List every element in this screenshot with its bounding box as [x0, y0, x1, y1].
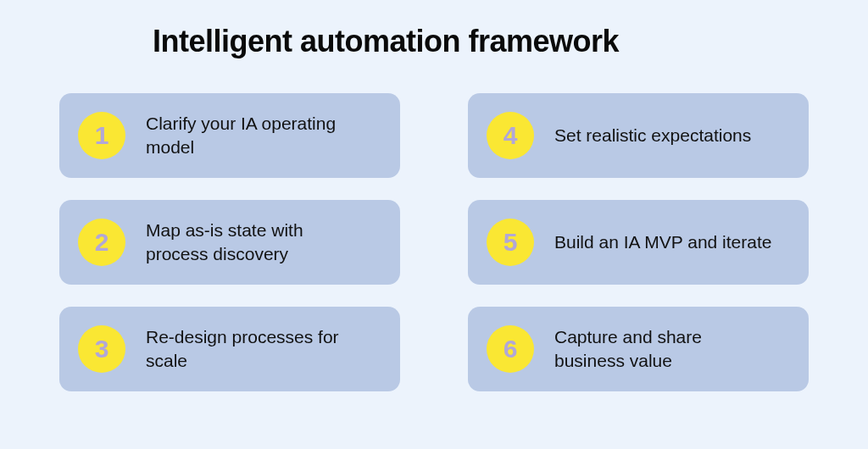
step-badge: 6 — [487, 325, 534, 373]
step-text: Build an IA MVP and iterate — [554, 230, 771, 254]
step-number: 3 — [95, 336, 109, 362]
step-card-4: 4 Set realistic expectations — [468, 93, 809, 178]
step-badge: 3 — [78, 325, 125, 373]
step-badge: 4 — [487, 112, 534, 159]
step-number: 5 — [504, 230, 518, 255]
step-number: 4 — [504, 123, 518, 148]
step-text: Map as-is state with process discovery — [146, 219, 366, 267]
page-title: Intelligent automation framework — [153, 24, 809, 59]
step-number: 6 — [504, 336, 518, 362]
step-number: 2 — [95, 230, 109, 255]
step-text: Clarify your IA operating model — [146, 112, 366, 160]
step-card-2: 2 Map as-is state with process discovery — [59, 200, 400, 285]
step-card-5: 5 Build an IA MVP and iterate — [468, 200, 809, 285]
steps-grid: 1 Clarify your IA operating model 4 Set … — [59, 93, 809, 391]
step-badge: 1 — [78, 112, 125, 159]
step-card-3: 3 Re-design processes for scale — [59, 307, 400, 391]
step-badge: 2 — [78, 219, 125, 266]
step-text: Re-design processes for scale — [146, 325, 366, 374]
step-badge: 5 — [487, 219, 534, 266]
step-card-1: 1 Clarify your IA operating model — [59, 93, 400, 178]
step-card-6: 6 Capture and share business value — [468, 307, 809, 391]
step-number: 1 — [95, 123, 109, 148]
step-text: Set realistic expectations — [554, 124, 751, 147]
step-text: Capture and share business value — [554, 325, 775, 374]
